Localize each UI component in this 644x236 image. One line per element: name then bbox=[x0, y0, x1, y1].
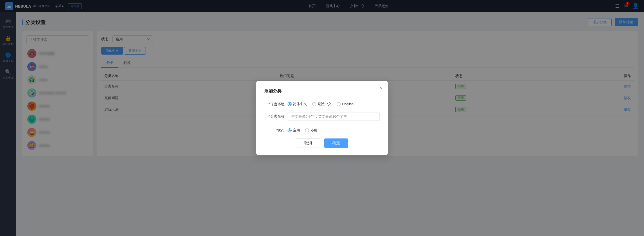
radio-traditional[interactable]: 繁體中文 bbox=[312, 102, 332, 106]
modal-close-button[interactable]: × bbox=[380, 86, 383, 91]
required-star: * bbox=[269, 114, 270, 118]
category-name-input[interactable] bbox=[288, 112, 380, 121]
radio-circle bbox=[305, 128, 309, 132]
required-star: * bbox=[269, 102, 270, 106]
required-star: * bbox=[276, 128, 277, 132]
language-row: *语言环境 简体中文 繁體中文 English bbox=[264, 100, 380, 107]
radio-english[interactable]: English bbox=[337, 102, 354, 106]
radio-circle bbox=[288, 128, 292, 132]
modal-overlay[interactable]: 添加分类 × *语言环境 简体中文 繁體中文 E bbox=[0, 0, 644, 236]
radio-enable[interactable]: 启用 bbox=[288, 128, 300, 133]
language-radio-group: 简体中文 繁體中文 English bbox=[288, 100, 354, 106]
category-name-row: *分类名称 bbox=[264, 112, 380, 121]
radio-circle bbox=[288, 102, 292, 106]
radio-disable[interactable]: 停用 bbox=[305, 128, 317, 133]
modal-title: 添加分类 bbox=[264, 88, 380, 94]
status-label: *状态 bbox=[264, 126, 285, 133]
radio-simplified[interactable]: 简体中文 bbox=[288, 102, 307, 106]
radio-circle bbox=[337, 102, 341, 106]
radio-dot bbox=[289, 129, 291, 131]
radio-circle bbox=[312, 102, 316, 106]
status-row: *状态 启用 停用 bbox=[264, 126, 380, 133]
add-category-modal: 添加分类 × *语言环境 简体中文 繁體中文 E bbox=[256, 81, 388, 155]
modal-footer: 取消 确定 bbox=[264, 138, 380, 148]
cancel-button[interactable]: 取消 bbox=[296, 138, 320, 148]
category-name-label: *分类名称 bbox=[264, 112, 285, 119]
radio-dot bbox=[289, 103, 291, 105]
language-label: *语言环境 bbox=[264, 100, 285, 107]
confirm-button[interactable]: 确定 bbox=[324, 138, 348, 148]
status-radio-group: 启用 停用 bbox=[288, 126, 317, 133]
